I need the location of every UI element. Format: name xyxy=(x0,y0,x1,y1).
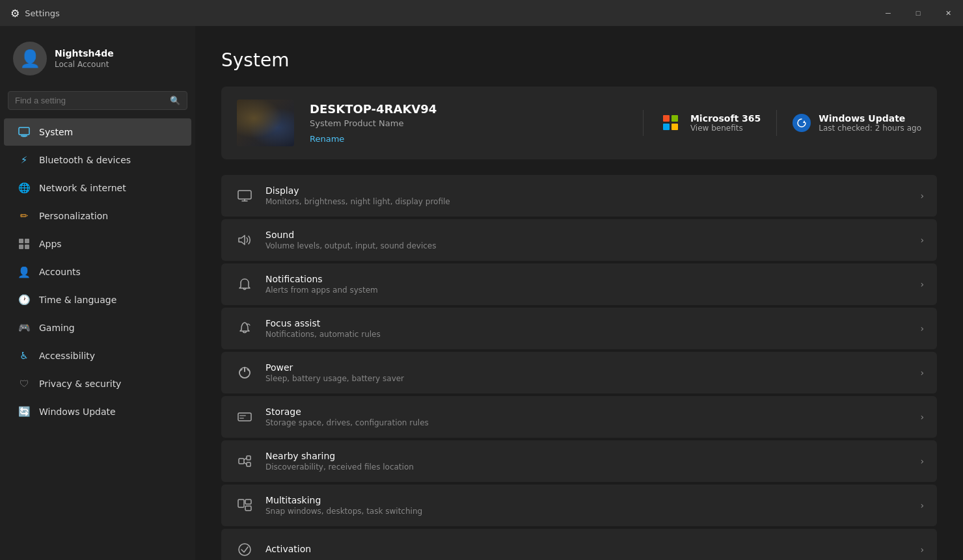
display-desc: Monitors, brightness, night light, displ… xyxy=(265,197,910,206)
svg-rect-18 xyxy=(247,462,251,466)
privacy-icon: 🛡 xyxy=(17,377,31,391)
svg-rect-23 xyxy=(245,506,251,511)
ms365-yellow xyxy=(671,124,678,130)
network-icon: 🌐 xyxy=(17,181,31,195)
focus-desc: Notifications, automatic rules xyxy=(265,330,910,339)
user-type: Local Account xyxy=(55,60,114,69)
sidebar-item-network[interactable]: 🌐 Network & internet xyxy=(4,174,191,202)
svg-rect-0 xyxy=(19,127,29,135)
accounts-icon: 👤 xyxy=(17,265,31,279)
sidebar-item-time[interactable]: 🕐 Time & language xyxy=(4,286,191,313)
maximize-button[interactable]: □ xyxy=(903,0,933,26)
sidebar-item-bluetooth[interactable]: ⚡ Bluetooth & devices xyxy=(4,146,191,174)
sidebar-item-gaming[interactable]: 🎮 Gaming xyxy=(4,314,191,341)
settings-app-icon: ⚙ xyxy=(10,7,20,20)
avatar: 👤 xyxy=(13,42,47,75)
multitasking-desc: Snap windows, desktops, task switching xyxy=(265,507,910,516)
sidebar-item-apps[interactable]: Apps xyxy=(4,230,191,258)
windows-update-name: Windows Update xyxy=(819,113,921,124)
notifications-icon xyxy=(234,274,255,295)
svg-rect-14 xyxy=(239,415,246,416)
main-content: System DESKTOP-4RAKV94 System Product Na… xyxy=(195,26,963,560)
device-image xyxy=(237,100,294,146)
activation-icon xyxy=(234,539,255,560)
svg-rect-7 xyxy=(238,191,251,199)
svg-rect-21 xyxy=(238,500,244,507)
device-image-background xyxy=(237,100,294,146)
settings-item-display[interactable]: Display Monitors, brightness, night ligh… xyxy=(221,175,937,217)
activation-chevron: › xyxy=(920,544,924,555)
svg-rect-3 xyxy=(19,239,23,243)
settings-item-notifications[interactable]: Notifications Alerts from apps and syste… xyxy=(221,263,937,305)
search-box[interactable]: 🔍 xyxy=(8,91,187,110)
time-icon: 🕐 xyxy=(17,293,31,307)
gaming-icon: 🎮 xyxy=(17,321,31,335)
svg-rect-6 xyxy=(25,245,29,249)
device-name: DESKTOP-4RAKV94 xyxy=(310,102,627,116)
nav-list: System ⚡ Bluetooth & devices 🌐 Network &… xyxy=(0,118,195,426)
sidebar-item-label-apps: Apps xyxy=(39,239,62,249)
user-section[interactable]: 👤 Nightsh4de Local Account xyxy=(0,31,195,88)
display-icon xyxy=(234,185,255,206)
settings-item-power[interactable]: Power Sleep, battery usage, battery save… xyxy=(221,352,937,393)
ms365-blue xyxy=(663,124,670,130)
sidebar-item-label-privacy: Privacy & security xyxy=(39,379,121,389)
svg-marker-10 xyxy=(239,235,245,245)
windows-update-desc: Last checked: 2 hours ago xyxy=(819,124,921,133)
apps-icon xyxy=(17,237,31,251)
settings-item-sound[interactable]: Sound Volume levels, output, input, soun… xyxy=(221,219,937,261)
sidebar-item-label-update: Windows Update xyxy=(39,407,116,417)
sidebar-item-update[interactable]: 🔄 Windows Update xyxy=(4,398,191,425)
storage-title: Storage xyxy=(265,407,910,417)
svg-rect-5 xyxy=(19,245,23,249)
close-button[interactable]: ✕ xyxy=(933,0,963,26)
notifications-text: Notifications Alerts from apps and syste… xyxy=(265,274,910,295)
display-text: Display Monitors, brightness, night ligh… xyxy=(265,185,910,206)
focus-chevron: › xyxy=(920,323,924,334)
settings-item-nearby[interactable]: Nearby sharing Discoverability, received… xyxy=(221,440,937,482)
power-title: Power xyxy=(265,362,910,373)
multitasking-icon xyxy=(234,495,255,516)
device-type: System Product Name xyxy=(310,118,627,128)
titlebar: ⚙ Settings ─ □ ✕ xyxy=(0,0,963,26)
sidebar-item-personalization[interactable]: ✏️ Personalization xyxy=(4,202,191,230)
nearby-title: Nearby sharing xyxy=(265,451,910,461)
search-input[interactable] xyxy=(15,96,165,105)
update-icon: 🔄 xyxy=(17,405,31,419)
display-chevron: › xyxy=(920,191,924,201)
windows-update-service[interactable]: Windows Update Last checked: 2 hours ago xyxy=(793,113,921,133)
sidebar-item-privacy[interactable]: 🛡 Privacy & security xyxy=(4,370,191,397)
svg-rect-16 xyxy=(239,459,244,464)
power-text: Power Sleep, battery usage, battery save… xyxy=(265,362,910,383)
rename-link[interactable]: Rename xyxy=(310,134,344,144)
microsoft365-icon xyxy=(659,111,683,135)
sidebar-item-accounts[interactable]: 👤 Accounts xyxy=(4,258,191,286)
sound-icon xyxy=(234,230,255,250)
power-icon xyxy=(234,362,255,383)
settings-item-multitasking[interactable]: Multitasking Snap windows, desktops, tas… xyxy=(221,485,937,526)
search-icon: 🔍 xyxy=(170,96,180,105)
multitasking-text: Multitasking Snap windows, desktops, tas… xyxy=(265,495,910,516)
microsoft365-name: Microsoft 365 xyxy=(690,113,761,124)
minimize-button[interactable]: ─ xyxy=(873,0,903,26)
svg-point-24 xyxy=(239,544,251,555)
focus-text: Focus assist Notifications, automatic ru… xyxy=(265,318,910,339)
nearby-text: Nearby sharing Discoverability, received… xyxy=(265,451,910,472)
settings-item-activation[interactable]: Activation › xyxy=(221,529,937,560)
storage-icon xyxy=(234,407,255,427)
titlebar-left: ⚙ Settings xyxy=(10,7,60,20)
sidebar-item-label-accounts: Accounts xyxy=(39,267,81,277)
user-name: Nightsh4de xyxy=(55,48,114,59)
sidebar-item-accessibility[interactable]: ♿ Accessibility xyxy=(4,342,191,369)
device-info: DESKTOP-4RAKV94 System Product Name Rena… xyxy=(310,102,627,144)
settings-item-focus[interactable]: Focus assist Notifications, automatic ru… xyxy=(221,308,937,349)
settings-item-storage[interactable]: Storage Storage space, drives, configura… xyxy=(221,396,937,438)
sidebar-item-system[interactable]: System xyxy=(4,118,191,146)
device-header: DESKTOP-4RAKV94 System Product Name Rena… xyxy=(221,87,937,159)
settings-window: ⚙ Settings ─ □ ✕ 👤 Nightsh4de Local Acco… xyxy=(0,0,963,560)
ms365-red xyxy=(663,115,670,122)
power-desc: Sleep, battery usage, battery saver xyxy=(265,374,910,383)
microsoft365-service[interactable]: Microsoft 365 View benefits xyxy=(659,111,761,135)
display-title: Display xyxy=(265,185,910,196)
activation-text: Activation xyxy=(265,544,910,555)
